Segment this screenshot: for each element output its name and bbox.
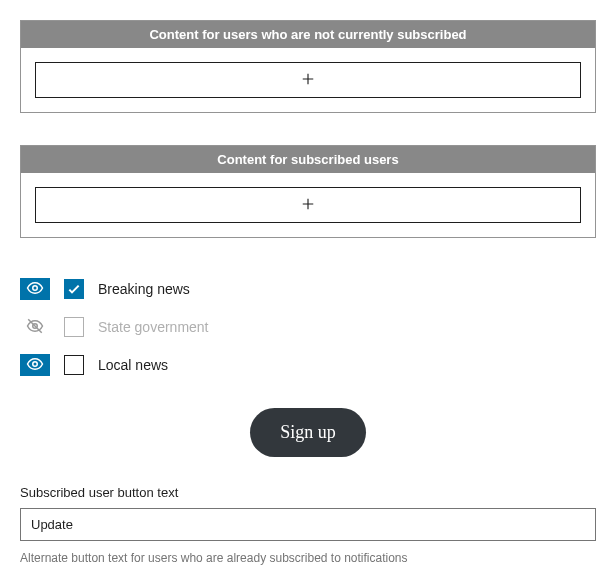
- add-block-button-unsubscribed[interactable]: [35, 62, 581, 98]
- svg-point-0: [33, 285, 38, 290]
- block-subscribed-body: [21, 173, 595, 237]
- topic-label: State government: [98, 319, 209, 335]
- topic-checkbox[interactable]: [64, 279, 84, 299]
- field-help-text: Alternate button text for users who are …: [20, 551, 596, 565]
- signup-button-wrap: Sign up: [20, 408, 596, 457]
- subscribed-button-text-field: Subscribed user button text Alternate bu…: [20, 485, 596, 565]
- visibility-toggle[interactable]: [20, 354, 50, 376]
- eye-icon: [26, 279, 44, 300]
- topic-checkbox[interactable]: [64, 355, 84, 375]
- eye-icon: [26, 355, 44, 376]
- visibility-toggle[interactable]: [20, 316, 50, 338]
- svg-point-2: [33, 361, 38, 366]
- topic-row: State government: [20, 308, 596, 346]
- topic-row: Breaking news: [20, 270, 596, 308]
- block-unsubscribed: Content for users who are not currently …: [20, 20, 596, 113]
- topic-row: Local news: [20, 346, 596, 384]
- signup-button[interactable]: Sign up: [250, 408, 366, 457]
- plus-icon: [299, 70, 317, 91]
- block-unsubscribed-body: [21, 48, 595, 112]
- add-block-button-subscribed[interactable]: [35, 187, 581, 223]
- topic-label: Breaking news: [98, 281, 190, 297]
- subscribed-button-text-input[interactable]: [20, 508, 596, 541]
- topic-checkbox[interactable]: [64, 317, 84, 337]
- plus-icon: [299, 195, 317, 216]
- topic-label: Local news: [98, 357, 168, 373]
- topics-list: Breaking news State government Local new…: [20, 270, 596, 384]
- block-unsubscribed-header: Content for users who are not currently …: [21, 21, 595, 48]
- field-label: Subscribed user button text: [20, 485, 596, 500]
- block-subscribed: Content for subscribed users: [20, 145, 596, 238]
- block-subscribed-header: Content for subscribed users: [21, 146, 595, 173]
- visibility-toggle[interactable]: [20, 278, 50, 300]
- eye-off-icon: [26, 317, 44, 338]
